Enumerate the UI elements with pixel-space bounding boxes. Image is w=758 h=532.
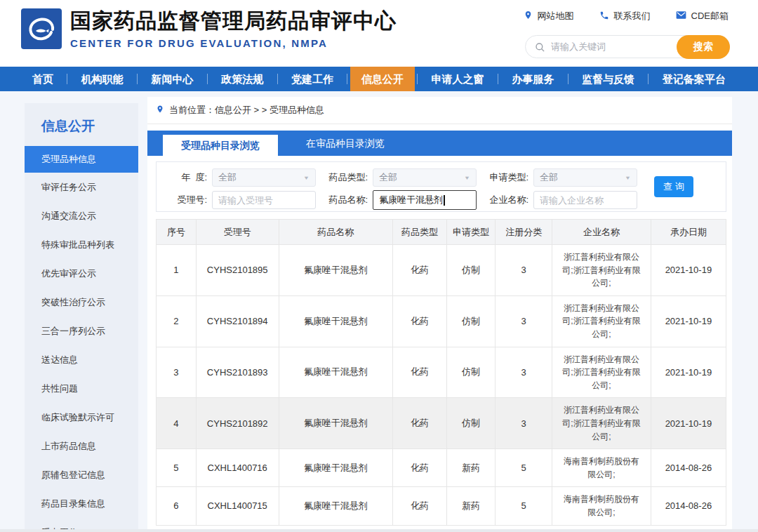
table-row-3[interactable]: 4CYHS2101892氟康唑干混悬剂化药仿制3浙江普利药业有限公司;浙江普利药… — [157, 398, 726, 449]
company-name-input[interactable] — [533, 191, 637, 209]
nav-divider — [277, 74, 278, 84]
table-cell: 化药 — [392, 487, 446, 525]
bottom-strip — [0, 529, 758, 532]
table-row-1[interactable]: 2CYHS2101894氟康唑干混悬剂化药仿制3浙江普利药业有限公司;浙江普利药… — [157, 295, 726, 347]
nav-divider — [347, 74, 347, 84]
table-cell: 浙江普利药业有限公司;浙江普利药业有限公司; — [552, 347, 651, 398]
drug-name-input[interactable]: 氟康唑干混悬剂 — [373, 190, 477, 210]
tab-accepted-catalog[interactable]: 受理品种目录浏览 — [163, 135, 278, 156]
nav-item-2[interactable]: 新闻中心 — [140, 67, 205, 91]
table-row-5[interactable]: 6CXHL1400715氟康唑干混悬剂化药新药5海南普利制药股份有限公司;201… — [157, 487, 726, 525]
sidebar-item-10[interactable]: 上市药品信息 — [25, 432, 138, 460]
main-nav: 首页机构职能新闻中心政策法规党建工作信息公开申请人之窗办事服务监督与反馈登记备案… — [0, 67, 758, 91]
apply-type-label: 申请类型: — [482, 171, 528, 184]
site-title: 国家药品监督管理局药品审评中心 — [70, 9, 397, 34]
sidebar-item-3[interactable]: 特殊审批品种列表 — [25, 230, 138, 259]
sidebar-item-5[interactable]: 突破性治疗公示 — [25, 288, 138, 317]
sidebar-item-7[interactable]: 送达信息 — [25, 345, 138, 374]
nav-item-1[interactable]: 机构职能 — [70, 67, 135, 91]
apply-type-select[interactable]: 全部 ▼ — [533, 168, 637, 187]
table-cell: CYHS2101895 — [196, 245, 279, 296]
column-header: 申请类型 — [447, 220, 496, 245]
nav-item-7[interactable]: 办事服务 — [500, 67, 565, 91]
sidebar-item-6[interactable]: 三合一序列公示 — [25, 317, 138, 345]
table-cell: 3 — [496, 347, 552, 398]
table-cell: 化药 — [392, 449, 446, 487]
query-button[interactable]: 查询 — [654, 176, 693, 197]
search-icon — [535, 42, 545, 55]
sitemap-link[interactable]: 网站地图 — [524, 10, 574, 22]
nav-item-9[interactable]: 登记备案平台 — [651, 67, 737, 91]
contact-link[interactable]: 联系我们 — [599, 10, 651, 22]
table-header-row: 序号受理号药品名称药品类型申请类型注册分类企业名称承办日期 — [157, 220, 726, 245]
sidebar-item-1[interactable]: 审评任务公示 — [25, 173, 138, 201]
envelope-icon — [676, 11, 686, 22]
nav-item-6[interactable]: 申请人之窗 — [420, 67, 496, 91]
tab-under-review-catalog[interactable]: 在审品种目录浏览 — [288, 131, 403, 156]
breadcrumb-pin-icon — [156, 104, 164, 117]
sidebar: 信息公开 受理品种信息审评任务公示沟通交流公示特殊审批品种列表优先审评公示突破性… — [25, 103, 138, 532]
acceptance-no-input[interactable] — [212, 191, 316, 209]
chevron-down-icon: ▼ — [464, 175, 470, 181]
breadcrumb: 当前位置：信息公开 > > 受理品种信息 — [147, 97, 732, 124]
nav-divider — [207, 74, 208, 84]
table-cell: 5 — [157, 449, 197, 487]
nav-divider — [137, 74, 138, 84]
sidebar-item-8[interactable]: 共性问题 — [25, 374, 138, 403]
nav-divider — [568, 74, 568, 84]
table-cell: 1 — [157, 245, 197, 296]
table-cell: 化药 — [392, 347, 446, 398]
table-cell: 2014-08-26 — [651, 449, 726, 487]
column-header: 药品名称 — [279, 220, 392, 245]
year-select[interactable]: 全部 ▼ — [212, 168, 316, 187]
sidebar-item-11[interactable]: 原辅包登记信息 — [25, 460, 138, 489]
drug-type-select[interactable]: 全部 ▼ — [373, 168, 477, 187]
table-cell: CXHL1400716 — [196, 449, 279, 487]
table-cell: 2 — [157, 295, 197, 347]
table-cell: 3 — [496, 295, 552, 347]
nav-item-5[interactable]: 信息公开 — [350, 67, 415, 91]
site-header: 国家药品监督管理局药品审评中心 CENTER FOR DRUG EVALUATI… — [0, 0, 758, 67]
table-cell: 浙江普利药业有限公司;浙江普利药业有限公司; — [552, 245, 651, 296]
nav-item-0[interactable]: 首页 — [21, 67, 65, 91]
search-input[interactable] — [551, 36, 670, 57]
phone-icon — [599, 11, 609, 22]
cde-mail-link[interactable]: CDE邮箱 — [676, 10, 729, 22]
contact-label: 联系我们 — [614, 10, 651, 22]
sidebar-item-0[interactable]: 受理品种信息 — [25, 146, 138, 173]
nav-item-3[interactable]: 政策法规 — [210, 67, 274, 91]
breadcrumb-path[interactable]: 当前位置：信息公开 > > 受理品种信息 — [169, 104, 324, 117]
nav-item-8[interactable]: 监督与反馈 — [571, 67, 646, 91]
table-cell: 2021-10-19 — [651, 245, 726, 296]
nav-divider — [648, 74, 649, 84]
table-cell: 仿制 — [447, 398, 496, 449]
tab-bar: 受理品种目录浏览 在审品种目录浏览 — [147, 131, 732, 156]
table-cell: 氟康唑干混悬剂 — [279, 487, 392, 525]
content-area: 信息公开 受理品种信息审评任务公示沟通交流公示特殊审批品种列表优先审评公示突破性… — [0, 91, 758, 532]
table-cell: 2021-10-19 — [651, 295, 726, 347]
table-cell: 海南普利制药股份有限公司; — [552, 449, 651, 487]
nav-item-4[interactable]: 党建工作 — [280, 67, 345, 91]
table-cell: 仿制 — [447, 245, 496, 296]
table-cell: 6 — [157, 487, 197, 525]
table-cell: 5 — [496, 449, 552, 487]
table-cell: 2021-10-19 — [651, 347, 726, 398]
table-row-4[interactable]: 5CXHL1400716氟康唑干混悬剂化药新药5海南普利制药股份有限公司;201… — [157, 449, 726, 487]
search-button[interactable]: 搜索 — [677, 35, 730, 59]
sidebar-item-12[interactable]: 药品目录集信息 — [25, 489, 138, 518]
chevron-down-icon: ▼ — [625, 175, 631, 181]
table-row-0[interactable]: 1CYHS2101895氟康唑干混悬剂化药仿制3浙江普利药业有限公司;浙江普利药… — [157, 245, 726, 296]
nav-divider — [498, 74, 498, 84]
table-cell: 3 — [496, 398, 552, 449]
cde-mail-label: CDE邮箱 — [691, 10, 729, 22]
sidebar-item-9[interactable]: 临床试验默示许可 — [25, 403, 138, 432]
column-header: 承办日期 — [651, 220, 726, 245]
year-label: 年 度: — [161, 171, 207, 184]
table-cell: 2021-10-19 — [651, 398, 726, 449]
table-row-2[interactable]: 3CYHS2101893氟康唑干混悬剂化药仿制3浙江普利药业有限公司;浙江普利药… — [157, 347, 726, 398]
sidebar-menu: 受理品种信息审评任务公示沟通交流公示特殊审批品种列表优先审评公示突破性治疗公示三… — [25, 146, 138, 532]
drug-name-label: 药品名称: — [321, 194, 368, 206]
acceptance-no-label: 受理号: — [161, 194, 207, 206]
sidebar-item-4[interactable]: 优先审评公示 — [25, 259, 138, 288]
sidebar-item-2[interactable]: 沟通交流公示 — [25, 201, 138, 230]
